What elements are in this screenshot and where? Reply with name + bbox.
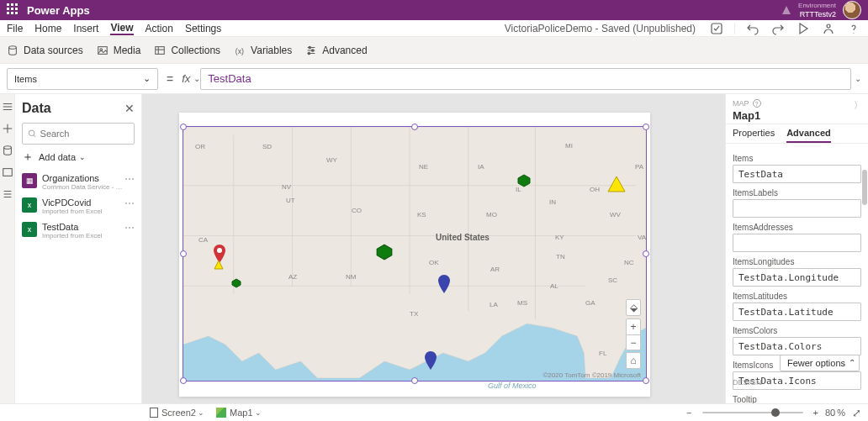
- resize-handle[interactable]: [643, 124, 649, 130]
- compass-icon[interactable]: ⬙: [627, 300, 640, 315]
- expand-panel-icon[interactable]: 〉: [854, 99, 863, 112]
- tree-view-icon[interactable]: [2, 101, 13, 113]
- zoom-in-icon[interactable]: +: [627, 319, 640, 334]
- advanced-rail-icon[interactable]: [2, 188, 13, 200]
- scrollbar[interactable]: [861, 170, 868, 387]
- map-compass-control[interactable]: ⬙: [626, 299, 641, 316]
- map-marker-hexagon-large[interactable]: [376, 244, 393, 263]
- waffle-icon[interactable]: [7, 3, 20, 17]
- environment-display[interactable]: Environment RTTTestv2: [798, 2, 836, 18]
- menu-settings[interactable]: Settings: [185, 23, 221, 34]
- data-source-item[interactable]: ▦ Organizations Common Data Service - Cu…: [22, 170, 135, 194]
- field-label: ItemsLongitudes: [733, 257, 861, 266]
- resize-handle[interactable]: [411, 124, 418, 130]
- zoom-out-button[interactable]: −: [683, 408, 695, 418]
- field-label: ItemsColors: [733, 326, 861, 335]
- tool-data-sources[interactable]: Data sources: [7, 45, 83, 56]
- field-input-itemslongitudes[interactable]: [733, 268, 861, 287]
- zoom-in-button[interactable]: +: [810, 408, 822, 418]
- tool-collections[interactable]: Collections: [154, 45, 220, 56]
- tool-variables[interactable]: (x) Variables: [234, 45, 292, 56]
- redo-icon[interactable]: [770, 21, 786, 36]
- more-icon[interactable]: ⋯: [124, 173, 135, 185]
- more-icon[interactable]: ⋯: [124, 197, 135, 209]
- resize-handle[interactable]: [180, 124, 187, 130]
- map-marker-pin-blue[interactable]: [438, 275, 450, 296]
- menu-home[interactable]: Home: [34, 23, 61, 34]
- environment-icon[interactable]: [780, 3, 793, 17]
- map-marker-hexagon-small[interactable]: [231, 278, 241, 291]
- control-selector[interactable]: Map1 ⌄: [216, 408, 262, 418]
- menu-action[interactable]: Action: [146, 23, 173, 34]
- state-label: NM: [346, 273, 356, 281]
- data-source-item[interactable]: x TestData Imported from Excel ⋯: [22, 218, 135, 243]
- screen-selector[interactable]: Screen2 ⌄: [150, 408, 204, 418]
- menu-file[interactable]: File: [7, 23, 23, 34]
- close-icon[interactable]: ✕: [124, 102, 135, 115]
- map-marker-triangle-small[interactable]: [214, 260, 224, 272]
- undo-icon[interactable]: [745, 21, 760, 36]
- resize-handle[interactable]: [643, 377, 649, 384]
- data-source-name: VicPDCovid: [42, 197, 124, 208]
- field-input-itemsaddresses[interactable]: [733, 234, 861, 252]
- resize-handle[interactable]: [180, 377, 187, 384]
- properties-panel: MAP ? Map1 〉 Properties Advanced Items I…: [725, 94, 868, 403]
- map-marker-hexagon[interactable]: [517, 174, 531, 190]
- search-input[interactable]: [22, 123, 135, 145]
- tool-media-label: Media: [114, 45, 141, 56]
- state-label: PA: [635, 163, 643, 171]
- excel-icon: x: [22, 222, 37, 237]
- insert-icon[interactable]: [2, 123, 13, 134]
- field-input-items[interactable]: [733, 165, 861, 183]
- menu-view[interactable]: View: [110, 22, 133, 35]
- titlebar: Power Apps Environment RTTTestv2: [0, 0, 868, 20]
- map-control[interactable]: OR SD WY NE IA MI PA IL IN OH WV VA NV U…: [183, 127, 646, 381]
- tab-advanced[interactable]: Advanced: [786, 128, 831, 143]
- resize-handle[interactable]: [180, 250, 187, 257]
- state-label: TN: [556, 253, 565, 260]
- data-icon[interactable]: [2, 145, 13, 156]
- map-marker-pin-blue[interactable]: [425, 351, 437, 372]
- map-marker-triangle[interactable]: [607, 176, 626, 195]
- chevron-down-icon: ⌄: [198, 408, 204, 417]
- fx-chevron-icon[interactable]: ⌄: [193, 74, 200, 83]
- property-selector[interactable]: Items ⌄: [7, 68, 158, 90]
- control-name[interactable]: Map1: [733, 109, 861, 122]
- media-rail-icon[interactable]: [2, 166, 13, 178]
- tool-media[interactable]: Media: [97, 45, 141, 56]
- help-icon[interactable]: ?: [753, 99, 761, 108]
- tool-advanced[interactable]: Advanced: [305, 45, 367, 56]
- field-input-itemscolors[interactable]: [733, 337, 861, 355]
- fit-to-window-icon[interactable]: ⤢: [852, 407, 861, 419]
- more-icon[interactable]: ⋯: [124, 222, 135, 234]
- country-label: United States: [436, 233, 490, 242]
- control-type-label: MAP: [733, 99, 749, 108]
- data-source-item[interactable]: x VicPDCovid Imported from Excel ⋯: [22, 194, 135, 218]
- zoom-slider[interactable]: [702, 412, 803, 413]
- help-icon[interactable]: [846, 21, 861, 36]
- scrollbar-thumb[interactable]: [862, 170, 867, 205]
- home-icon[interactable]: ⌂: [627, 353, 640, 368]
- resize-handle[interactable]: [643, 250, 649, 257]
- resize-handle[interactable]: [411, 377, 418, 384]
- field-input-itemslabels[interactable]: [733, 199, 861, 218]
- add-data-button[interactable]: ＋ Add data ⌄: [22, 150, 135, 165]
- fx-label[interactable]: fx: [182, 72, 190, 85]
- svg-marker-37: [608, 176, 625, 192]
- formula-input[interactable]: TestData: [200, 68, 851, 90]
- tab-properties[interactable]: Properties: [733, 128, 775, 143]
- canvas[interactable]: OR SD WY NE IA MI PA IL IN OH WV VA NV U…: [142, 94, 725, 403]
- map-home-control[interactable]: ⌂: [626, 352, 641, 369]
- search-input-field[interactable]: [40, 129, 129, 139]
- share-icon[interactable]: [821, 21, 836, 36]
- state-label: OH: [590, 186, 600, 193]
- formula-expand-icon[interactable]: ⌄: [855, 74, 861, 83]
- menu-insert[interactable]: Insert: [73, 23, 98, 34]
- field-input-itemslatitudes[interactable]: [733, 303, 861, 321]
- play-icon[interactable]: [796, 21, 811, 36]
- app-checker-icon[interactable]: [709, 21, 724, 36]
- zoom-thumb[interactable]: [771, 408, 780, 417]
- avatar[interactable]: [843, 1, 861, 19]
- zoom-out-icon[interactable]: −: [627, 334, 640, 350]
- fewer-options-button[interactable]: Fewer options: [780, 355, 860, 371]
